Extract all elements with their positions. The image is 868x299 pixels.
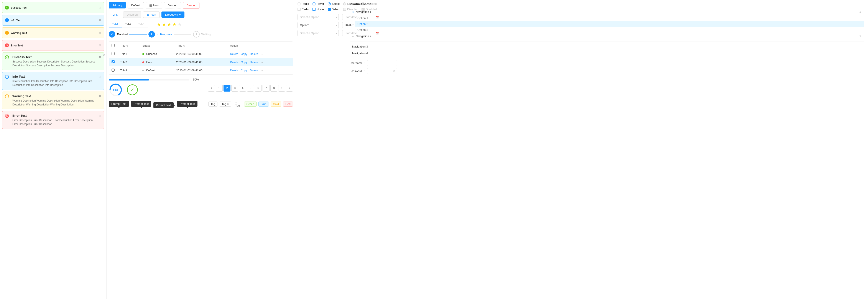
close-icon[interactable]: ✕ xyxy=(99,75,101,78)
close-icon[interactable]: ✕ xyxy=(99,19,101,22)
delete-link-6[interactable]: Delete xyxy=(250,69,258,72)
nav-item-3[interactable]: Navigation 3 xyxy=(349,43,864,50)
close-icon[interactable]: ✕ xyxy=(103,54,105,57)
close-icon[interactable]: ✕ xyxy=(99,6,101,9)
tag-close-icon[interactable]: ✕ xyxy=(227,103,229,105)
alert-desc: Success Description Success Description … xyxy=(12,60,97,67)
nav-item-4[interactable]: Navigation 4 xyxy=(349,50,864,57)
nav-panel-title: Product name xyxy=(349,2,864,6)
copy-link-1[interactable]: Copy xyxy=(241,52,247,56)
star-5[interactable]: ★ xyxy=(178,22,182,27)
username-input[interactable] xyxy=(367,60,397,66)
link-button[interactable]: Link xyxy=(109,11,121,18)
checkbox-label-1: Radio xyxy=(302,8,309,11)
nav-sub-item-option1[interactable]: Option 1 xyxy=(355,15,864,21)
nav-item-2[interactable]: ◇ Navigation 2 ∨ xyxy=(349,33,864,39)
nav-sub-item-option3[interactable]: Option 3 xyxy=(355,27,864,33)
checkbox-unchecked[interactable]: Radio xyxy=(298,8,309,11)
star-4[interactable]: ★ xyxy=(172,22,177,27)
page-3-button[interactable]: 3 xyxy=(231,85,238,92)
status-text: Success xyxy=(146,52,157,56)
warning-outline-icon: ! xyxy=(5,94,9,98)
next-page-button[interactable]: > xyxy=(286,85,293,92)
select-1[interactable]: Select a Option Option1 Option2 xyxy=(298,14,339,20)
star-3[interactable]: ★ xyxy=(167,22,172,27)
page-7-button[interactable]: 7 xyxy=(262,85,270,92)
checkbox-hover[interactable]: Hover xyxy=(312,8,324,11)
copy-link-2[interactable]: Copy xyxy=(241,61,247,64)
select-2[interactable]: Select a Option Option1 Option2 xyxy=(298,22,339,28)
add-tag-button[interactable]: + Tag xyxy=(233,100,242,108)
delete-link-2[interactable]: Delete xyxy=(250,52,258,56)
status-text: Error xyxy=(146,61,153,64)
star-rating[interactable]: ★ ★ ★ ★ ★ xyxy=(157,22,182,27)
page-9-button[interactable]: 9 xyxy=(278,85,285,92)
icon-button[interactable]: ▦ Icon xyxy=(146,2,162,8)
radio-unchecked[interactable]: Radio xyxy=(298,2,309,5)
tooltip-arrow-1 xyxy=(118,107,120,108)
tags-row: Tag Tag ✕ + Tag Green Blue Gold Red xyxy=(208,100,293,108)
close-icon[interactable]: ✕ xyxy=(99,43,101,47)
radio-selected[interactable]: Select xyxy=(328,2,340,5)
delete-link-5[interactable]: Delete xyxy=(230,69,238,72)
page-5-button[interactable]: 5 xyxy=(247,85,254,92)
tooltip-text-1: Prompt Text xyxy=(111,102,126,106)
tab-1[interactable]: Tab1 xyxy=(109,21,122,28)
select-3[interactable]: Select a Option Option1 Option2 xyxy=(298,30,339,36)
col-status: Status xyxy=(140,42,174,50)
prev-page-button[interactable]: < xyxy=(208,85,215,92)
page-1-button[interactable]: 1 xyxy=(216,85,223,92)
default-button[interactable]: Default xyxy=(128,2,144,8)
nav-diamond-icon-2: ◇ xyxy=(352,35,354,37)
danger-button[interactable]: Danger xyxy=(183,2,199,8)
row3-checkbox[interactable] xyxy=(112,68,115,71)
icon-button-2[interactable]: ▦ Icon xyxy=(143,11,160,18)
alert-error-simple: ✕ Error Text ✕ xyxy=(2,40,104,51)
page-6-button[interactable]: 6 xyxy=(255,85,262,92)
primary-button[interactable]: Primary xyxy=(109,2,126,8)
tooltip-2: Prompt Text xyxy=(131,101,151,108)
star-1[interactable]: ★ xyxy=(157,22,161,27)
more-icon[interactable]: ··· xyxy=(260,52,263,56)
close-icon[interactable]: ✕ xyxy=(99,31,101,34)
alert-title: Warning Text xyxy=(12,94,97,98)
nav-sub-item-option2[interactable]: Option 2 xyxy=(355,21,864,27)
radio-hover[interactable]: Hover xyxy=(312,2,324,5)
delete-link-1[interactable]: Delete xyxy=(230,52,238,56)
sort-icon-time[interactable]: ⇅ xyxy=(183,45,185,47)
dashed-button[interactable]: Dashed xyxy=(164,2,181,8)
close-icon[interactable]: ✕ xyxy=(99,114,101,117)
nav-item-1[interactable]: ◇ Navigation 1 ∧ xyxy=(349,8,864,15)
add-tag-text: + Tag xyxy=(235,101,240,107)
dropdown-button[interactable]: Dropdown ▾ xyxy=(161,11,184,18)
more-icon-2[interactable]: ··· xyxy=(260,61,263,64)
row2-checkbox[interactable] xyxy=(112,60,115,63)
info-outline-icon: i xyxy=(5,75,9,79)
mid-panel: Primary Default ▦ Icon Dashed Danger Lin… xyxy=(106,0,295,299)
eye-icon[interactable]: 👁 xyxy=(393,70,396,73)
password-input[interactable] xyxy=(367,68,397,74)
tab-3: Tab3 xyxy=(135,21,148,28)
copy-link-3[interactable]: Copy xyxy=(241,69,247,72)
steps: ✓ Finished 2 In Progress 3 Waiting xyxy=(109,31,293,37)
tooltip-box-4: Prompt Text xyxy=(177,101,197,107)
tag-text-1: Tag xyxy=(211,102,215,106)
page-4-button[interactable]: 4 xyxy=(239,85,246,92)
tab-2[interactable]: Tab2 xyxy=(122,21,135,28)
close-icon-right[interactable]: ✕ xyxy=(99,55,101,59)
cell-title: Title3 xyxy=(118,66,140,74)
select-all-checkbox[interactable] xyxy=(112,44,115,47)
page-8-button[interactable]: 8 xyxy=(270,85,277,92)
page-2-button[interactable]: 2 xyxy=(223,85,230,92)
delete-link-3[interactable]: Delete xyxy=(230,61,238,64)
checkbox-checked[interactable]: ✓ Select xyxy=(328,8,340,11)
delete-link-4[interactable]: Delete xyxy=(250,61,258,64)
star-2[interactable]: ★ xyxy=(162,22,166,27)
close-icon[interactable]: ✕ xyxy=(99,94,101,98)
pagination: < 1 2 3 4 5 6 7 8 9 > xyxy=(208,85,293,92)
alert-content: ✕ Error Text xyxy=(5,43,99,47)
more-icon-3[interactable]: ··· xyxy=(260,69,263,72)
row1-checkbox[interactable] xyxy=(112,52,115,55)
sort-icon[interactable]: ⇅ xyxy=(126,45,128,47)
table-row: Title2 Error 2020-01-03 09:41:00 Delete … xyxy=(109,58,293,66)
